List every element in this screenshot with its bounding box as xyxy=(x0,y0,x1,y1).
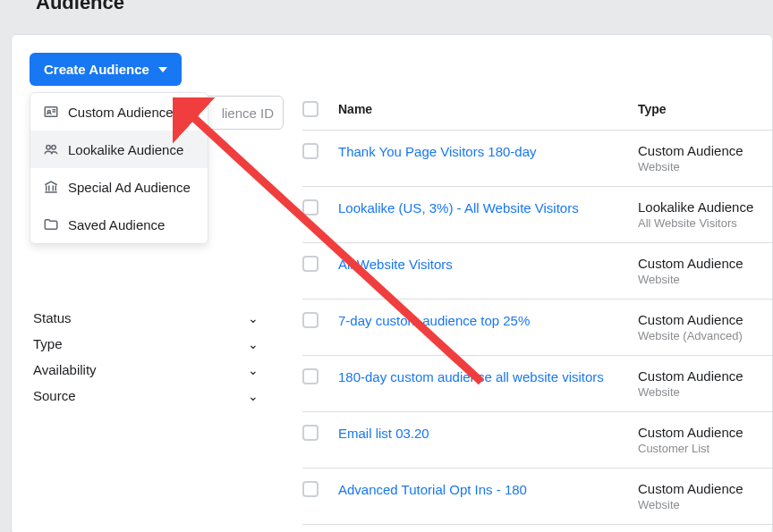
table-row: Email list 03.20 Custom Audience Custome… xyxy=(302,412,773,469)
audience-name-link[interactable]: Lookalike (US, 3%) - All Website Visitor… xyxy=(338,200,579,215)
audiences-table: Name Type Thank You Page Visitors 180-da… xyxy=(302,96,773,532)
search-placeholder-fragment: lience ID xyxy=(222,106,274,121)
chevron-down-icon: ⌄ xyxy=(248,311,259,325)
table-row: Intermediate Tutorial Opt Ins - 180 xyxy=(302,525,773,532)
filter-status[interactable]: Status ⌄ xyxy=(30,305,262,331)
audience-type: Custom Audience xyxy=(638,256,773,271)
row-checkbox[interactable] xyxy=(302,368,319,384)
table-header-row: Name Type xyxy=(302,96,773,131)
audience-subtype: Website xyxy=(638,273,773,286)
table-row: 180-day custom audience all website visi… xyxy=(302,356,773,412)
svg-point-2 xyxy=(47,146,51,150)
filter-type[interactable]: Type ⌄ xyxy=(30,331,262,357)
special-ad-audience-icon xyxy=(43,179,59,195)
row-checkbox[interactable] xyxy=(302,143,319,159)
chevron-down-icon: ⌄ xyxy=(248,337,259,351)
filters-panel: Status ⌄ Type ⌄ Availability ⌄ Source ⌄ xyxy=(30,305,262,409)
audience-subtype: Website (Advanced) xyxy=(638,329,773,342)
dropdown-item-label: Special Ad Audience xyxy=(68,180,191,195)
create-audience-button[interactable]: Create Audience xyxy=(30,53,182,86)
dropdown-item-label: Saved Audience xyxy=(68,217,165,232)
audience-name-link[interactable]: 180-day custom audience all website visi… xyxy=(338,369,604,384)
svg-point-3 xyxy=(52,146,56,150)
audience-type: Custom Audience xyxy=(638,425,773,440)
chevron-down-icon xyxy=(158,67,167,72)
audience-subtype: Website xyxy=(638,160,773,173)
audience-type: Custom Audience xyxy=(638,143,773,158)
dropdown-item-label: Lookalike Audience xyxy=(68,142,183,157)
audience-type: Custom Audience xyxy=(638,312,773,327)
row-checkbox[interactable] xyxy=(302,425,319,441)
audience-name-link[interactable]: All Website Visitors xyxy=(338,257,453,272)
table-row: Thank You Page Visitors 180-day Custom A… xyxy=(302,131,773,187)
row-checkbox[interactable] xyxy=(302,199,319,215)
filter-availability[interactable]: Availability ⌄ xyxy=(30,357,262,383)
audience-subtype: Customer List xyxy=(638,442,773,455)
saved-audience-icon xyxy=(43,216,59,232)
create-audience-dropdown: Custom Audience Lookalike Audience Speci… xyxy=(30,92,208,244)
dropdown-item-special-ad-audience[interactable]: Special Ad Audience xyxy=(30,168,208,206)
filter-label: Source xyxy=(33,388,76,403)
table-row: Advanced Tutorial Opt Ins - 180 Custom A… xyxy=(302,469,773,525)
column-header-type[interactable]: Type xyxy=(638,102,773,116)
filter-label: Availability xyxy=(33,362,97,377)
audience-name-link[interactable]: Thank You Page Visitors 180-day xyxy=(338,144,537,159)
page-title: Audience xyxy=(0,0,773,25)
custom-audience-icon xyxy=(43,104,59,120)
audiences-card: Create Audience lience ID Custom Audienc… xyxy=(11,34,773,532)
select-all-checkbox[interactable] xyxy=(302,101,319,117)
lookalike-audience-icon xyxy=(43,141,59,157)
audience-name-link[interactable]: Advanced Tutorial Opt Ins - 180 xyxy=(338,482,527,497)
chevron-down-icon: ⌄ xyxy=(248,389,259,403)
dropdown-item-label: Custom Audience xyxy=(68,105,174,120)
audience-subtype: All Website Visitors xyxy=(638,216,773,230)
audience-name-link[interactable]: 7-day custom audience top 25% xyxy=(338,313,530,328)
dropdown-item-saved-audience[interactable]: Saved Audience xyxy=(30,206,208,243)
filter-label: Type xyxy=(33,336,63,351)
filter-source[interactable]: Source ⌄ xyxy=(30,383,262,409)
row-checkbox[interactable] xyxy=(302,481,319,497)
row-checkbox[interactable] xyxy=(302,256,319,272)
chevron-down-icon: ⌄ xyxy=(248,363,259,377)
filter-label: Status xyxy=(33,310,72,325)
dropdown-item-lookalike-audience[interactable]: Lookalike Audience xyxy=(30,131,208,168)
audience-subtype: Website xyxy=(638,385,773,399)
table-row: 7-day custom audience top 25% Custom Aud… xyxy=(302,300,773,356)
table-row: All Website Visitors Custom Audience Web… xyxy=(302,243,773,300)
column-header-name[interactable]: Name xyxy=(338,102,638,116)
audience-type: Custom Audience xyxy=(638,481,773,496)
audience-name-link[interactable]: Email list 03.20 xyxy=(338,426,429,441)
create-audience-label: Create Audience xyxy=(44,62,149,77)
audience-type: Custom Audience xyxy=(638,368,773,384)
audience-type: Lookalike Audience xyxy=(638,199,773,215)
audience-subtype: Website xyxy=(638,498,773,511)
row-checkbox[interactable] xyxy=(302,312,319,328)
dropdown-item-custom-audience[interactable]: Custom Audience xyxy=(30,93,208,131)
table-row: Lookalike (US, 3%) - All Website Visitor… xyxy=(302,187,773,243)
